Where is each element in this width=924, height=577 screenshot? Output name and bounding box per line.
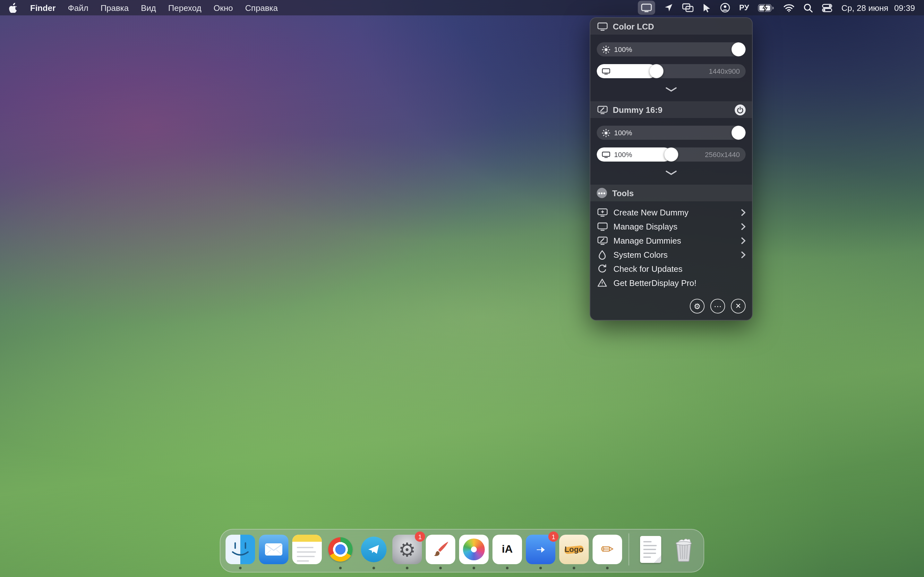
display-icon xyxy=(597,22,607,31)
menu-app-name[interactable]: Finder xyxy=(30,3,55,13)
logo-app-icon: Logo xyxy=(559,535,589,564)
menu-item-label: Manage Dummies xyxy=(614,235,681,245)
menu-help[interactable]: Справка xyxy=(245,3,278,13)
photos-pinwheel xyxy=(463,538,485,560)
display-plus-icon xyxy=(597,208,607,216)
menu-edit[interactable]: Правка xyxy=(100,3,129,13)
menu-item-label: System Colors xyxy=(614,250,668,259)
menu-view[interactable]: Вид xyxy=(141,3,156,13)
slider-knob[interactable] xyxy=(732,42,746,56)
display2-resolution-slider[interactable]: 100% 2560x1440 xyxy=(597,147,746,161)
ia-writer-label: iA xyxy=(502,543,513,556)
display-pencil-icon xyxy=(597,105,607,114)
screen-mirroring-icon[interactable] xyxy=(682,1,694,14)
gear-icon: ⚙ xyxy=(694,302,701,310)
menu-window[interactable]: Окно xyxy=(214,3,233,13)
menu-item-label: Get BetterDisplay Pro! xyxy=(614,278,696,287)
menu-date: Ср, 28 июня xyxy=(842,3,888,13)
running-indicator xyxy=(506,567,509,569)
slider-knob[interactable] xyxy=(732,126,746,140)
display2-power-toggle[interactable] xyxy=(735,104,746,115)
chevron-right-icon xyxy=(741,223,746,230)
dock-item-chrome[interactable] xyxy=(326,535,355,564)
menu-item-check-for-updates[interactable]: Check for Updates xyxy=(590,261,752,276)
display2-expand-button[interactable] xyxy=(597,168,746,177)
chevron-down-icon xyxy=(666,170,677,175)
dock-item-notes[interactable] xyxy=(292,535,322,564)
menu-item-system-colors[interactable]: System Colors xyxy=(590,247,752,261)
dock-item-screen-share[interactable]: 1 xyxy=(526,535,556,564)
dock-item-logo-app[interactable]: Logo xyxy=(559,535,589,564)
menu-item-create-new-dummy[interactable]: Create New Dummy xyxy=(590,205,752,219)
more-button[interactable]: ⋯ xyxy=(710,299,725,314)
tools-title: Tools xyxy=(612,188,634,198)
droplet-icon xyxy=(597,250,607,259)
spotlight-icon[interactable] xyxy=(804,1,813,14)
close-icon: ✕ xyxy=(735,303,741,309)
telegram-icon xyxy=(359,535,389,564)
display2-controls: 100% 100% 2560x1440 xyxy=(590,118,752,177)
settings-button[interactable]: ⚙ xyxy=(690,299,704,314)
sun-icon xyxy=(602,129,610,137)
location-icon[interactable] xyxy=(664,1,673,14)
close-button[interactable]: ✕ xyxy=(731,299,746,314)
running-indicator xyxy=(406,567,409,569)
display-pencil-icon xyxy=(597,236,607,245)
input-source-label: РУ xyxy=(739,3,749,12)
menu-item-label: Check for Updates xyxy=(614,264,682,274)
brightness-label-row: 100% xyxy=(602,42,632,56)
sun-icon xyxy=(602,45,610,53)
control-center-icon[interactable] xyxy=(822,1,833,14)
display2-brightness-slider[interactable]: 100% xyxy=(597,126,746,140)
betterdisplay-panel: Color LCD 100% 1440x900 xyxy=(590,17,753,321)
menu-go[interactable]: Переход xyxy=(168,3,201,13)
dock-item-pencil-editor[interactable]: ✏ xyxy=(593,535,622,564)
slider-knob[interactable] xyxy=(649,64,664,78)
tools-menu: Create New Dummy Manage Displays Manage xyxy=(590,201,752,291)
wifi-icon[interactable] xyxy=(784,1,795,14)
menu-item-manage-displays[interactable]: Manage Displays xyxy=(590,219,752,234)
display1-resolution-value: 1440x900 xyxy=(709,64,740,78)
dock-item-finder[interactable] xyxy=(226,535,255,564)
menu-file[interactable]: Файл xyxy=(68,3,88,13)
dock-item-mail[interactable] xyxy=(259,535,288,564)
display2-brightness-value: 100% xyxy=(614,129,632,137)
running-indicator xyxy=(439,567,442,569)
apple-menu[interactable] xyxy=(9,1,18,14)
dock-item-photos[interactable] xyxy=(459,535,489,564)
display2-resolution-value: 2560x1440 xyxy=(705,147,740,161)
dock-item-system-settings[interactable]: ⚙ 1 xyxy=(393,535,422,564)
display1-resolution-slider[interactable]: 1440x900 xyxy=(597,64,746,78)
telegram-logo xyxy=(361,537,387,562)
menu-time: 09:39 xyxy=(894,3,915,13)
betterdisplay-menubar-icon[interactable] xyxy=(638,1,655,15)
pointer-icon[interactable] xyxy=(703,1,711,14)
dock-item-document[interactable] xyxy=(636,535,665,564)
clock[interactable]: Ср, 28 июня 09:39 xyxy=(842,3,915,13)
dock-item-paint[interactable] xyxy=(426,535,455,564)
battery-charging-icon[interactable] xyxy=(758,1,775,14)
chevron-right-icon xyxy=(741,237,746,244)
menu-bar-status: РУ Ср, 28 июня 09:39 xyxy=(638,1,915,15)
menu-item-get-pro[interactable]: Get BetterDisplay Pro! xyxy=(590,276,752,290)
chrome-icon xyxy=(326,535,355,564)
pencil-editor-icon: ✏ xyxy=(593,535,622,564)
input-source-indicator[interactable]: РУ xyxy=(739,1,749,14)
power-icon xyxy=(737,106,744,113)
running-indicator xyxy=(239,567,242,569)
ellipsis-icon: ⋯ xyxy=(714,302,722,310)
display1-expand-button[interactable] xyxy=(597,85,746,93)
dock-item-trash[interactable] xyxy=(669,535,698,564)
notification-badge: 1 xyxy=(415,532,425,542)
running-indicator xyxy=(373,567,375,569)
user-icon[interactable] xyxy=(720,1,730,14)
slider-knob[interactable] xyxy=(664,147,678,161)
display2-name: Dummy 16:9 xyxy=(613,105,662,114)
panel-footer: ⚙ ⋯ ✕ xyxy=(590,291,752,320)
menu-item-manage-dummies[interactable]: Manage Dummies xyxy=(590,234,752,247)
dock-item-ia-writer[interactable]: iA xyxy=(493,535,522,564)
dock-item-telegram[interactable] xyxy=(359,535,389,564)
display1-brightness-slider[interactable]: 100% xyxy=(597,42,746,56)
mail-icon xyxy=(259,535,288,564)
menu-item-label: Create New Dummy xyxy=(614,207,688,217)
